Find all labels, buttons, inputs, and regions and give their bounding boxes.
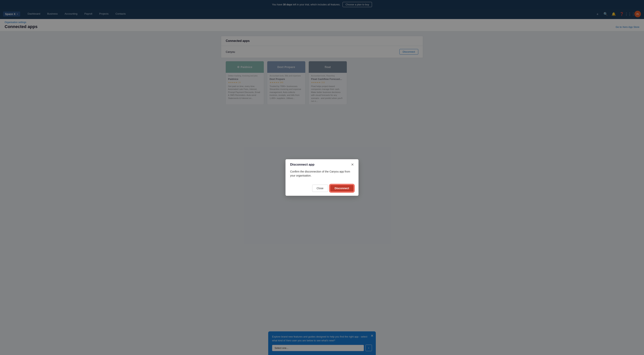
dialog-disconnect-button[interactable]: Disconnect (330, 184, 354, 192)
dialog-close-icon[interactable]: ✕ (351, 163, 354, 166)
dialog-title: Disconnect app (290, 163, 314, 166)
dialog-footer: Close Disconnect (286, 182, 358, 196)
modal-overlay: Disconnect app ✕ Confirm the disconnecti… (0, 0, 644, 355)
dialog-close-button[interactable]: Close (312, 184, 328, 192)
dialog-body: Confirm the disconnection of the Canyou … (286, 169, 358, 182)
dialog-header: Disconnect app ✕ (286, 159, 358, 169)
disconnect-dialog: Disconnect app ✕ Confirm the disconnecti… (286, 159, 358, 196)
